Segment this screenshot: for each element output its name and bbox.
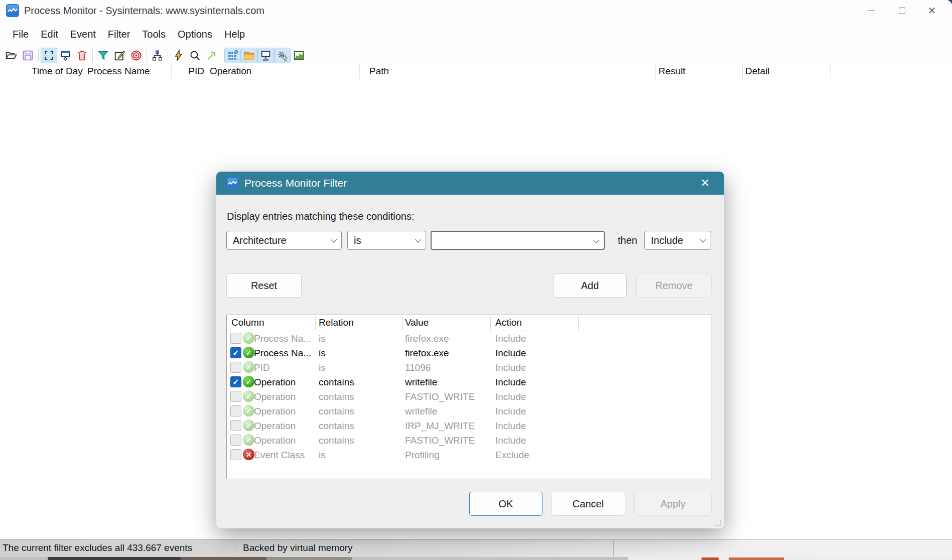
row-enabled-checkbox[interactable] [230,333,241,344]
row-value: Profiling [405,450,440,461]
action-select[interactable]: Include [644,231,711,250]
filter-row[interactable]: ✕ Event Class is Profiling Exclude [227,448,712,462]
find-button[interactable] [187,48,203,63]
include-process-from-window-button[interactable] [128,48,145,63]
row-action: Include [495,435,526,446]
column-separator[interactable] [742,64,743,79]
filter-list: Column Relation Value Action ✓ Process N… [226,315,712,479]
autoscroll-button[interactable] [57,48,74,63]
jump-to-icon [205,49,218,62]
screen: Process Monitor - Sysinternals: www.sysi… [0,0,952,560]
title-bar[interactable]: Process Monitor - Sysinternals: www.sysi… [0,0,952,21]
include-badge-icon: ✓ [243,376,254,387]
ok-button[interactable]: OK [469,492,542,516]
show-profiling-events-button[interactable] [291,48,307,63]
menu-edit[interactable]: Edit [35,26,64,43]
window-controls: ✕ [857,0,947,21]
menu-file[interactable]: File [7,26,35,43]
header-column[interactable]: Column [231,317,264,328]
menu-event[interactable]: Event [64,26,102,43]
filter-row[interactable]: ✓ Process Na... is firefox.exe Include [227,331,712,346]
row-relation: contains [319,377,354,388]
dialog-title: Process Monitor Filter [244,177,347,189]
filter-row[interactable]: ✓ ✓ Operation contains writefile Include [227,375,712,389]
row-value: FASTIO_WRITE [405,391,475,402]
reset-button[interactable]: Reset [226,273,302,298]
clear-button[interactable] [74,48,90,63]
header-action[interactable]: Action [495,317,522,328]
jump-to-button[interactable] [203,48,220,63]
show-network-activity-button[interactable] [257,48,274,63]
show-process-activity-button[interactable] [274,48,291,63]
header-relation[interactable]: Relation [319,317,354,328]
column-pid[interactable]: PID [174,66,204,77]
filter-row[interactable]: ✓ PID is 11096 Include [227,360,712,375]
row-column: Operation [254,406,296,417]
column-separator[interactable] [85,64,85,79]
show-registry-activity-button[interactable] [224,48,241,63]
resize-grip[interactable] [716,520,722,526]
filter-row[interactable]: ✓ Operation contains FASTIO_WRITE Includ… [227,433,712,448]
show-network-activity-icon [259,49,272,62]
dialog-close-button[interactable]: ✕ [694,172,716,195]
show-filesystem-activity-button[interactable] [241,48,257,63]
row-action: Include [495,421,526,432]
header-separator [490,316,491,330]
header-value[interactable]: Value [405,317,429,328]
filter-row[interactable]: ✓ Operation contains FASTIO_WRITE Includ… [227,389,712,404]
capture-button[interactable] [41,48,57,63]
autoscroll-icon [59,49,72,62]
value-combobox[interactable] [431,231,605,250]
column-field-select[interactable]: Architecture [226,231,342,250]
row-enabled-checkbox[interactable] [230,391,241,402]
save-icon [22,49,34,62]
menu-help[interactable]: Help [218,26,251,43]
row-enabled-checkbox[interactable] [230,405,241,416]
row-action: Include [495,348,526,359]
column-operation[interactable]: Operation [210,66,251,77]
open-button[interactable] [3,48,20,63]
column-separator[interactable] [830,64,831,79]
save-button[interactable] [20,48,36,63]
row-enabled-checkbox[interactable] [230,420,241,431]
process-tree-button[interactable] [149,48,166,63]
dialog-title-bar[interactable]: Process Monitor Filter ✕ [216,172,724,195]
menu-tools[interactable]: Tools [136,26,172,43]
boot-logging-button[interactable] [170,48,187,63]
chevron-down-icon [331,236,337,243]
column-result[interactable]: Result [658,66,686,77]
relation-select[interactable]: is [347,231,426,250]
column-separator[interactable] [359,64,360,79]
row-enabled-checkbox[interactable]: ✓ [230,376,241,387]
column-detail[interactable]: Detail [745,66,770,77]
column-time-of-day[interactable]: Time of Day [32,66,83,77]
remove-button[interactable]: Remove [636,273,712,298]
row-enabled-checkbox[interactable] [230,449,241,460]
highlight-button[interactable] [111,48,128,63]
column-path[interactable]: Path [369,66,389,77]
action-value: Include [651,235,684,246]
filter-row[interactable]: ✓ Operation contains IRP_MJ_WRITE Includ… [227,418,712,433]
row-enabled-checkbox[interactable] [230,362,241,373]
menu-options[interactable]: Options [172,26,218,43]
column-separator[interactable] [655,64,656,79]
capture-icon [43,49,55,62]
column-process-name[interactable]: Process Name [87,66,150,77]
filter-row[interactable]: ✓ ✓ Process Na... is firefox.exe Include [227,346,712,360]
maximize-button[interactable] [887,0,917,21]
filter-row[interactable]: ✓ Operation contains writefile Include [227,404,712,418]
row-action: Include [495,333,526,344]
row-enabled-checkbox[interactable]: ✓ [230,347,241,358]
apply-button[interactable]: Apply [634,492,712,516]
menu-filter[interactable]: Filter [102,26,136,43]
background-window-sliver [0,557,952,560]
header-separator [578,316,579,330]
cancel-button[interactable]: Cancel [551,492,625,516]
close-button[interactable]: ✕ [917,0,947,21]
add-button[interactable]: Add [553,273,627,298]
column-separator[interactable] [208,64,208,79]
column-separator[interactable] [171,64,172,79]
minimize-button[interactable] [857,0,887,21]
row-enabled-checkbox[interactable] [230,435,241,446]
filter-button[interactable] [95,48,111,63]
